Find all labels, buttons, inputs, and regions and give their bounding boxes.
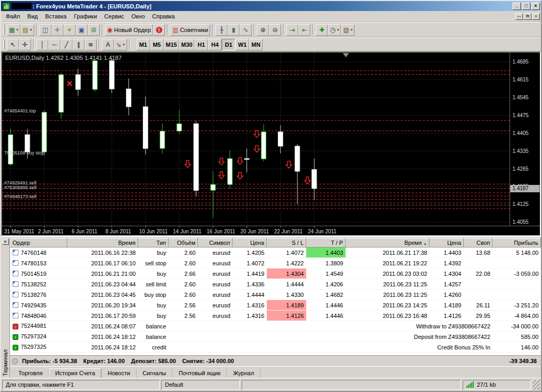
tf-m15[interactable]: M15 — [164, 39, 179, 50]
new-chart-button[interactable]: ▦▾ — [7, 24, 20, 36]
table-row[interactable]: 751382762011.06.23 04:45buy stop2.60euru… — [11, 290, 541, 300]
column-header-8[interactable]: T / P — [306, 239, 346, 247]
new-order-button[interactable]: ◉Новый Ордер — [105, 24, 153, 36]
indicators-button[interactable]: ✚ — [316, 24, 328, 36]
tf-h4[interactable]: H4 — [208, 39, 222, 50]
maximize-button[interactable]: □ — [522, 3, 530, 10]
cell: 1.4316 — [233, 300, 267, 311]
toolbar-grip[interactable] — [3, 40, 5, 49]
mdi-restore-button[interactable]: ⧉ — [524, 13, 531, 20]
table-row[interactable]: 747801532011.06.17 06:10sell stop2.60eur… — [11, 258, 541, 269]
tf-m1[interactable]: M1 — [137, 39, 150, 50]
trendline-tool[interactable]: ╱ — [60, 39, 72, 50]
tf-mn[interactable]: MN — [249, 39, 263, 50]
profiles-icon: ▤ — [23, 27, 28, 33]
text-tool[interactable]: A — [102, 39, 114, 50]
strategy-tester-button[interactable]: ⊞ — [88, 24, 100, 36]
fibonacci-icon: ≋ — [88, 42, 93, 48]
navigator-button[interactable]: ✦ — [64, 24, 76, 36]
chart-canvas[interactable]: #74654401 top75305109 buy stop#74929491 … — [2, 53, 540, 235]
table-row[interactable]: ↓752449812011.06.24 08:07balanceWithdraw… — [11, 321, 541, 332]
tab-account-history[interactable]: История Счета — [49, 368, 101, 378]
column-header-9[interactable]: Время▲ — [346, 239, 430, 247]
candlestick-chart-button[interactable]: ▮ — [227, 24, 239, 36]
channel-tool[interactable]: ∥ — [72, 39, 85, 50]
table-row[interactable]: 750145192011.06.21 21:00buy2.66eurusd1.4… — [11, 269, 541, 279]
column-header-4[interactable]: Объём — [169, 239, 198, 247]
tf-d1[interactable]: D1 — [222, 39, 235, 50]
tab-news[interactable]: Новости — [101, 368, 137, 378]
table-row[interactable]: 747601482011.06.16 22:38buy2.60eurusd1.4… — [11, 247, 541, 258]
column-header-3[interactable]: Тип — [138, 239, 169, 247]
tab-trade[interactable]: Торговля — [12, 368, 49, 378]
line-chart-button[interactable]: ∿ — [239, 24, 252, 36]
menu-item-3[interactable]: Вставка — [41, 12, 70, 21]
table-row[interactable]: 749294352011.06.20 19:34buy2.56eurusd1.4… — [11, 300, 541, 311]
table-row[interactable]: ↑752973252011.06.24 18:12creditCredit Bo… — [11, 342, 541, 353]
table-row[interactable]: ↑752973242011.06.24 18:12balanceDeposit … — [11, 332, 541, 342]
toolbar-separator — [254, 25, 255, 35]
mdi-close-button[interactable]: × — [532, 13, 540, 20]
horizontal-line-tool[interactable]: ─ — [48, 39, 60, 50]
mdi-minimize-button[interactable]: — — [515, 13, 523, 20]
periods-button[interactable]: ◷▾ — [328, 24, 341, 36]
tf-w1[interactable]: W1 — [235, 39, 249, 50]
column-header-6[interactable]: Цена — [233, 239, 267, 247]
terminal-close-button[interactable]: × — [2, 239, 9, 245]
arrows-tool[interactable]: ⇘▾ — [114, 39, 127, 50]
menu-item-4[interactable]: Графики — [70, 12, 101, 21]
fibonacci-tool[interactable]: ≋ — [85, 39, 97, 50]
vertical-line-tool[interactable]: │ — [36, 39, 48, 50]
menu-item-7[interactable]: Справка — [149, 12, 179, 21]
cell: 1.4682 — [306, 290, 346, 300]
auto-scroll-button[interactable]: ⇥ — [286, 24, 298, 36]
vertical-line-icon: │ — [40, 42, 45, 48]
chart-shift-button[interactable]: ⇤ — [298, 24, 310, 36]
toolbar-grip[interactable] — [3, 25, 5, 35]
metaeditor-button[interactable]: ! — [153, 24, 165, 36]
market-watch-button[interactable]: ◫ — [39, 24, 51, 36]
expert-advisors-button[interactable]: ▥Советники — [170, 24, 210, 36]
cell: 2.56 — [169, 311, 198, 321]
close-button[interactable]: × — [531, 3, 540, 10]
bar-chart-button[interactable]: ╂ — [215, 24, 227, 36]
svg-text:1.4055: 1.4055 — [513, 219, 529, 225]
cell: 2.60 — [169, 247, 198, 258]
summary-status-icon — [12, 358, 18, 364]
table-row[interactable]: 751382522011.06.23 04:44sell limit2.60eu… — [11, 279, 541, 290]
profiles-button[interactable]: ▤▾ — [20, 24, 34, 36]
column-header-11[interactable]: Своп — [464, 239, 493, 247]
column-header-5[interactable]: Символ — [198, 239, 233, 247]
profit-cell: 146.00 — [493, 342, 541, 353]
terminal-button[interactable]: ▣ — [76, 24, 88, 36]
zoom-in-button[interactable]: ⊕ — [257, 24, 269, 36]
column-header-1[interactable]: Ордер — [11, 239, 67, 247]
tf-m5[interactable]: M5 — [150, 39, 164, 50]
menu-item-6[interactable]: Окно — [128, 12, 149, 21]
zoom-out-button[interactable]: ⊖ — [269, 24, 281, 36]
menu-item-1[interactable]: Файл — [2, 12, 24, 21]
tf-h1[interactable]: H1 — [194, 39, 208, 50]
templates-button[interactable]: ▧▾ — [341, 24, 355, 36]
tab-mailbox[interactable]: Почтовый ящик — [172, 368, 226, 378]
toolbar-separator — [129, 39, 130, 50]
cursor-tool[interactable]: ↖ — [7, 39, 19, 50]
order-cell: 74848046 — [11, 311, 67, 321]
trade-icon — [13, 313, 18, 318]
table-row[interactable]: 748480462011.06.17 20:59buy2.56eurusd1.4… — [11, 311, 541, 321]
column-header-12[interactable]: Прибыль — [493, 239, 541, 247]
column-header-7[interactable]: S / L — [267, 239, 306, 247]
column-header-2[interactable]: Время — [67, 239, 138, 247]
toolbar-separator — [99, 39, 100, 50]
status-profile[interactable]: Default — [161, 380, 240, 390]
column-header-10[interactable]: Цена — [430, 239, 464, 247]
crosshair-tool[interactable]: ✛ — [19, 39, 31, 50]
minimize-button[interactable]: _ — [513, 3, 521, 10]
resize-grip[interactable] — [533, 380, 540, 390]
data-window-button[interactable]: ✛ — [51, 24, 64, 36]
tab-signals[interactable]: Сигналы — [137, 368, 173, 378]
menu-item-5[interactable]: Сервис — [101, 12, 128, 21]
tf-m30[interactable]: M30 — [179, 39, 194, 50]
menu-item-2[interactable]: Вид — [24, 12, 41, 21]
tab-journal[interactable]: Журнал — [227, 368, 260, 378]
